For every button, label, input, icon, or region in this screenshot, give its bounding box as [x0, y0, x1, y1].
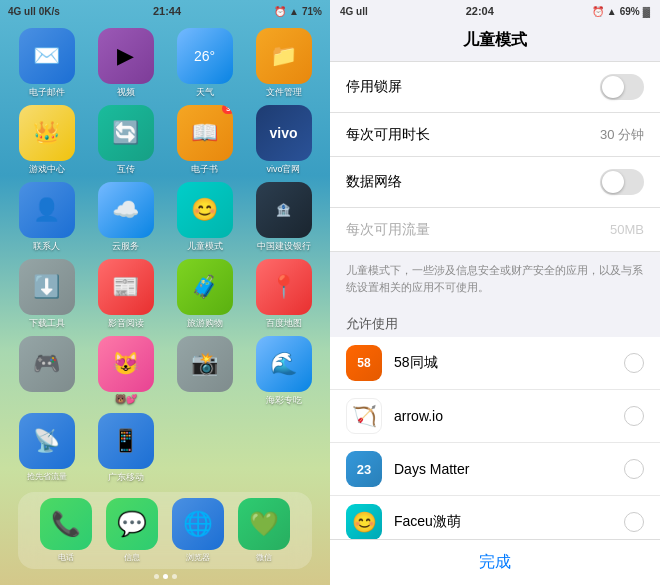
app-emoji[interactable]: 😻 🐻💕 [89, 336, 162, 407]
app-58-radio[interactable] [624, 353, 644, 373]
bank-icon: 🏦 [256, 182, 312, 238]
transfer-icon: 🔄 [98, 105, 154, 161]
app-travel-label: 旅游购物 [187, 317, 223, 330]
app-games[interactable]: 👑 游戏中心 [10, 105, 83, 176]
app-reader-label: 影音阅读 [108, 317, 144, 330]
data-network-row: 数据网络 [330, 157, 660, 208]
app-wifi-mgr[interactable]: 📡 抢先省流量 [10, 413, 83, 484]
data-limit-row: 每次可用流量 50MB [330, 208, 660, 252]
signal-indicator: 4G ull [8, 6, 36, 17]
dot-1 [154, 574, 159, 579]
time-display: 21:44 [153, 5, 181, 17]
kids-icon: 😊 [177, 182, 233, 238]
dock-browser[interactable]: 🌐 浏览器 [172, 498, 224, 563]
app-wifi-mgr-label: 抢先省流量 [27, 471, 67, 482]
app-bank-label: 中国建设银行 [257, 240, 311, 253]
app-grid: ✉️ 电子邮件 ▶ 视频 26° 天气 📁 文件管理 👑 游戏中心 🔄 互传 📖… [0, 22, 330, 490]
email-icon: ✉️ [19, 28, 75, 84]
done-button[interactable]: 完成 [330, 539, 660, 585]
vivo-icon: vivo [256, 105, 312, 161]
app-reader[interactable]: 📰 影音阅读 [89, 259, 162, 330]
data-limit-value: 50MB [610, 222, 644, 237]
app-ebook[interactable]: 📖 3 电子书 [168, 105, 241, 176]
app-games-label: 游戏中心 [29, 163, 65, 176]
app-list-item-faceu[interactable]: 😊 Faceu激萌 [330, 496, 660, 539]
app-files-label: 文件管理 [266, 86, 302, 99]
battery-indicator: 71% [302, 6, 322, 17]
app-seafood[interactable]: 🌊 海彩专吃 [247, 336, 320, 407]
app-weather-label: 天气 [196, 86, 214, 99]
page-dots [0, 574, 330, 579]
dock-messages[interactable]: 💬 信息 [106, 498, 158, 563]
app-arrow-icon: 🏹 [346, 398, 382, 434]
right-battery-icon: ▓ [643, 6, 650, 17]
lock-screen-label: 停用锁屏 [346, 78, 402, 96]
cloud-icon: ☁️ [98, 182, 154, 238]
app-list-item-days[interactable]: 23 Days Matter [330, 443, 660, 496]
app-files[interactable]: 📁 文件管理 [247, 28, 320, 99]
games-icon: 👑 [19, 105, 75, 161]
time-limit-value: 30 分钟 [600, 126, 644, 144]
toggle-knob [602, 76, 624, 98]
dock-browser-label: 浏览器 [186, 552, 210, 563]
app-mobile[interactable]: 📱 广东移动 [89, 413, 162, 484]
app-row5-3[interactable]: 📸 [168, 336, 241, 407]
speed-indicator: 0K/s [39, 6, 60, 17]
app-video-label: 视频 [117, 86, 135, 99]
mobile-icon: 📱 [98, 413, 154, 469]
right-page-title: 儿童模式 [330, 22, 660, 62]
app-bank[interactable]: 🏦 中国建设银行 [247, 182, 320, 253]
emoji-icon: 😻 [98, 336, 154, 392]
app-contacts[interactable]: 👤 联系人 [10, 182, 83, 253]
dock-phone-label: 电话 [58, 552, 74, 563]
app-days-name: Days Matter [394, 461, 624, 477]
dot-3 [172, 574, 177, 579]
data-limit-label: 每次可用流量 [346, 221, 430, 239]
app-faceu-name: Faceu激萌 [394, 513, 624, 531]
app-transfer[interactable]: 🔄 互传 [89, 105, 162, 176]
app-cloud[interactable]: ☁️ 云服务 [89, 182, 162, 253]
app-vivo-label: vivo官网 [266, 163, 300, 176]
wifi-mgr-icon: 📡 [19, 413, 75, 469]
app-kids[interactable]: 😊 儿童模式 [168, 182, 241, 253]
data-network-toggle[interactable] [600, 169, 644, 195]
lock-screen-toggle[interactable] [600, 74, 644, 100]
app-58-name: 58同城 [394, 354, 624, 372]
app-email-label: 电子邮件 [29, 86, 65, 99]
app-contacts-label: 联系人 [33, 240, 60, 253]
ebook-icon: 📖 3 [177, 105, 233, 161]
dock-wechat[interactable]: 💚 微信 [238, 498, 290, 563]
dot-2 [163, 574, 168, 579]
app-travel[interactable]: 🧳 旅游购物 [168, 259, 241, 330]
app-arrow-radio[interactable] [624, 406, 644, 426]
dock-wechat-label: 微信 [256, 552, 272, 563]
right-phone-screen: 4G ull 22:04 ⏰ ▲ 69% ▓ 儿童模式 停用锁屏 每次可用时长 … [330, 0, 660, 585]
travel-icon: 🧳 [177, 259, 233, 315]
app-email[interactable]: ✉️ 电子邮件 [10, 28, 83, 99]
weather-icon: 26° [177, 28, 233, 84]
app-vivo[interactable]: vivo vivo官网 [247, 105, 320, 176]
app-list-item-arrow[interactable]: 🏹 arrow.io [330, 390, 660, 443]
browser-icon: 🌐 [172, 498, 224, 550]
messages-icon: 💬 [106, 498, 158, 550]
app-baidu-map-label: 百度地图 [266, 317, 302, 330]
app-days-radio[interactable] [624, 459, 644, 479]
app-video[interactable]: ▶ 视频 [89, 28, 162, 99]
settings-list[interactable]: 停用锁屏 每次可用时长 30 分钟 数据网络 每次可用流量 50MB 儿童模式下… [330, 62, 660, 539]
app-list-item-58[interactable]: 58 58同城 [330, 337, 660, 390]
row5-1-icon: 🎮 [19, 336, 75, 392]
dock-phone[interactable]: 📞 电话 [40, 498, 92, 563]
app-row5-1[interactable]: 🎮 [10, 336, 83, 407]
seafood-icon: 🌊 [256, 336, 312, 392]
app-downloader[interactable]: ⬇️ 下载工具 [10, 259, 83, 330]
app-faceu-radio[interactable] [624, 512, 644, 532]
app-seafood-label: 海彩专吃 [266, 394, 302, 407]
right-status-bar: 4G ull 22:04 ⏰ ▲ 69% ▓ [330, 0, 660, 22]
app-transfer-label: 互传 [117, 163, 135, 176]
alarm-icon: ⏰ [274, 6, 286, 17]
toggle-knob-2 [602, 171, 624, 193]
app-baidu-map[interactable]: 📍 百度地图 [247, 259, 320, 330]
time-limit-label: 每次可用时长 [346, 126, 430, 144]
app-weather[interactable]: 26° 天气 [168, 28, 241, 99]
time-limit-row[interactable]: 每次可用时长 30 分钟 [330, 113, 660, 157]
